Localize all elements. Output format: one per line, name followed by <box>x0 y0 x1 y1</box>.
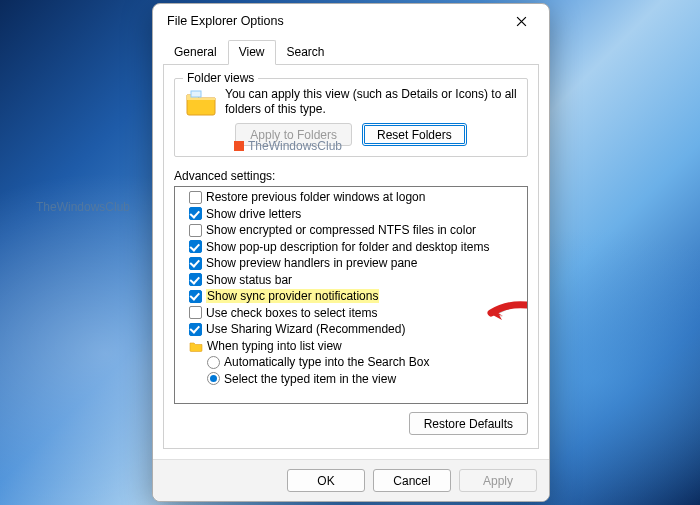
list-item-label: When typing into list view <box>207 339 342 353</box>
folder-views-legend: Folder views <box>183 71 258 85</box>
list-item[interactable]: Select the typed item in the view <box>179 371 527 388</box>
close-button[interactable] <box>503 7 539 35</box>
list-item[interactable]: Restore previous folder windows at logon <box>179 189 527 206</box>
checkbox-icon[interactable] <box>189 224 202 237</box>
list-item[interactable]: Use check boxes to select items <box>179 305 527 322</box>
folder-icon <box>189 340 203 352</box>
folder-views-text: You can apply this view (such as Details… <box>225 87 517 117</box>
list-item[interactable]: Show preview handlers in preview pane <box>179 255 527 272</box>
list-item-label: Show drive letters <box>206 207 301 221</box>
checkbox-icon[interactable] <box>189 257 202 270</box>
checkbox-icon[interactable] <box>189 191 202 204</box>
list-item-label: Show sync provider notifications <box>206 289 379 303</box>
dialog-footer: OK Cancel Apply <box>153 459 549 501</box>
tab-general[interactable]: General <box>163 40 228 65</box>
close-icon <box>516 16 527 27</box>
apply-button[interactable]: Apply <box>459 469 537 492</box>
checkbox-icon[interactable] <box>189 290 202 303</box>
folder-icon <box>185 89 217 117</box>
apply-to-folders-button[interactable]: Apply to Folders <box>235 123 352 146</box>
list-item-label: Restore previous folder windows at logon <box>206 190 425 204</box>
list-item[interactable]: Show status bar <box>179 272 527 289</box>
radio-icon[interactable] <box>207 372 220 385</box>
list-item-label: Show pop-up description for folder and d… <box>206 240 490 254</box>
tab-search[interactable]: Search <box>276 40 336 65</box>
radio-icon[interactable] <box>207 356 220 369</box>
list-item-label: Show encrypted or compressed NTFS files … <box>206 223 476 237</box>
tab-strip: General View Search <box>163 39 539 65</box>
titlebar: File Explorer Options <box>153 4 549 38</box>
list-item[interactable]: Show encrypted or compressed NTFS files … <box>179 222 527 239</box>
checkbox-icon[interactable] <box>189 323 202 336</box>
tab-body-view: Folder views You can apply this view (su… <box>163 64 539 449</box>
list-item-label: Show preview handlers in preview pane <box>206 256 417 270</box>
list-item[interactable]: Show pop-up description for folder and d… <box>179 239 527 256</box>
file-explorer-options-dialog: File Explorer Options General View Searc… <box>152 3 550 502</box>
svg-rect-0 <box>191 91 201 97</box>
reset-folders-button[interactable]: Reset Folders <box>362 123 467 146</box>
list-item-label: Use check boxes to select items <box>206 306 377 320</box>
page-watermark: TheWindowsClub <box>36 200 130 214</box>
restore-defaults-button[interactable]: Restore Defaults <box>409 412 528 435</box>
advanced-settings-list[interactable]: Restore previous folder windows at logon… <box>174 186 528 404</box>
list-item[interactable]: Use Sharing Wizard (Recommended) <box>179 321 527 338</box>
folder-views-group: Folder views You can apply this view (su… <box>174 78 528 157</box>
list-item-label: Show status bar <box>206 273 292 287</box>
checkbox-icon[interactable] <box>189 273 202 286</box>
tab-view[interactable]: View <box>228 40 276 65</box>
list-item[interactable]: Automatically type into the Search Box <box>179 354 527 371</box>
window-title: File Explorer Options <box>167 14 503 28</box>
list-item-group[interactable]: When typing into list view <box>179 338 527 355</box>
list-item-label: Automatically type into the Search Box <box>224 355 429 369</box>
list-item-highlighted[interactable]: Show sync provider notifications <box>179 288 527 305</box>
cancel-button[interactable]: Cancel <box>373 469 451 492</box>
list-item-label: Select the typed item in the view <box>224 372 396 386</box>
advanced-settings-label: Advanced settings: <box>174 169 528 183</box>
ok-button[interactable]: OK <box>287 469 365 492</box>
checkbox-icon[interactable] <box>189 306 202 319</box>
list-item[interactable]: Show drive letters <box>179 206 527 223</box>
list-item-label: Use Sharing Wizard (Recommended) <box>206 322 405 336</box>
checkbox-icon[interactable] <box>189 207 202 220</box>
checkbox-icon[interactable] <box>189 240 202 253</box>
